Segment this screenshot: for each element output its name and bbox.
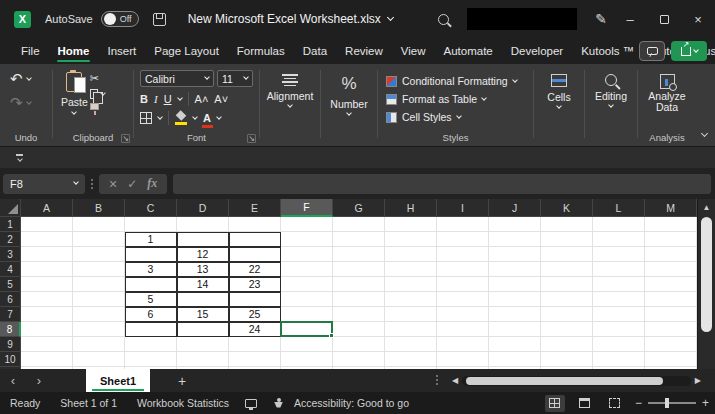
cell-F1[interactable] [281,217,333,232]
zoom-in-button[interactable]: + [702,396,709,410]
cell-H2[interactable] [385,232,437,247]
cell-A5[interactable] [21,277,73,292]
cell-K3[interactable] [541,247,593,262]
row-header-8[interactable]: 8 [0,322,21,337]
insert-function-button[interactable]: fx [147,176,157,191]
alignment-button[interactable]: Alignment [267,74,314,107]
select-all-corner[interactable] [0,199,21,217]
cell-A2[interactable] [21,232,73,247]
column-header-F[interactable]: F [281,199,333,217]
cut-button[interactable]: ✂ [90,72,105,85]
row-header-1[interactable]: 1 [0,217,21,232]
excel-logo-icon[interactable]: X [14,11,31,28]
row-header-6[interactable]: 6 [0,292,21,307]
zoom-slider[interactable] [648,402,696,404]
cell-C1[interactable] [125,217,177,232]
borders-button[interactable] [140,112,152,124]
column-header-I[interactable]: I [437,199,489,217]
cell-I8[interactable] [437,322,489,337]
cell-A7[interactable] [21,307,73,322]
cell-H9[interactable] [385,337,437,352]
menu-automate[interactable]: Automate [435,41,502,61]
cell-C4[interactable]: 3 [125,262,177,277]
formula-input[interactable] [173,174,711,194]
menu-data[interactable]: Data [294,41,336,61]
cells-button[interactable]: Cells [547,74,570,108]
vertical-scroll-thumb[interactable] [701,217,712,332]
fill-color-button[interactable] [175,112,187,124]
cell-K8[interactable] [541,322,593,337]
cell-J2[interactable] [489,232,541,247]
analyze-data-button[interactable]: Analyze Data [638,74,696,113]
cell-M7[interactable] [645,307,697,322]
cell-D5[interactable]: 14 [177,277,229,292]
cell-M5[interactable] [645,277,697,292]
underline-chevron-icon[interactable] [177,95,183,101]
cell-D7[interactable]: 15 [177,307,229,322]
cell-H8[interactable] [385,322,437,337]
cell-D2[interactable] [177,232,229,247]
row-header-7[interactable]: 7 [0,307,21,322]
bold-button[interactable]: B [140,93,148,105]
conditional-formatting-button[interactable]: Conditional Formatting [386,72,533,90]
cell-K1[interactable] [541,217,593,232]
cancel-button[interactable]: × [109,176,117,192]
cell-E7[interactable]: 25 [229,307,281,322]
cell-L9[interactable] [593,337,645,352]
column-header-K[interactable]: K [541,199,593,217]
cell-C5[interactable] [125,277,177,292]
cell-A6[interactable] [21,292,73,307]
vertical-scrollbar[interactable]: ▲ [697,199,715,369]
cell-G6[interactable] [333,292,385,307]
cell-E2[interactable] [229,232,281,247]
cell-M9[interactable] [645,337,697,352]
cell-E6[interactable] [229,292,281,307]
tab-sheet1[interactable]: Sheet1 [86,369,150,392]
cell-L6[interactable] [593,292,645,307]
column-header-B[interactable]: B [73,199,125,217]
cell-K5[interactable] [541,277,593,292]
cell-A9[interactable] [21,337,73,352]
menu-home[interactable]: Home [49,41,99,61]
column-header-H[interactable]: H [385,199,437,217]
cell-I6[interactable] [437,292,489,307]
cell-K10[interactable] [541,352,593,367]
cell-M10[interactable] [645,352,697,367]
cell-L5[interactable] [593,277,645,292]
cell-F10[interactable] [281,352,333,367]
cell-B2[interactable] [73,232,125,247]
cell-L7[interactable] [593,307,645,322]
cell-I7[interactable] [437,307,489,322]
collapse-ribbon-chevron[interactable] [702,122,707,140]
cell-G10[interactable] [333,352,385,367]
cell-D6[interactable] [177,292,229,307]
cell-G2[interactable] [333,232,385,247]
comments-button[interactable] [639,41,665,61]
font-color-button[interactable]: A [203,113,211,124]
cell-J5[interactable] [489,277,541,292]
cell-F2[interactable] [281,232,333,247]
cell-L10[interactable] [593,352,645,367]
cell-G8[interactable] [333,322,385,337]
cell-B6[interactable] [73,292,125,307]
font-dialog-launcher[interactable]: ↘ [247,134,256,143]
italic-button[interactable]: I [154,93,158,105]
page-layout-view-button[interactable] [575,395,595,412]
normal-view-button[interactable] [545,395,565,412]
cell-G4[interactable] [333,262,385,277]
cell-I1[interactable] [437,217,489,232]
font-size-select[interactable]: 11 [217,70,253,87]
cell-L2[interactable] [593,232,645,247]
copy-button[interactable] [90,89,105,99]
scroll-up-icon[interactable]: ▲ [698,199,715,215]
cell-G7[interactable] [333,307,385,322]
menu-formulas[interactable]: Formulas [228,41,294,61]
cell-L8[interactable] [593,322,645,337]
horizontal-scroll-thumb[interactable] [466,377,663,385]
cell-H3[interactable] [385,247,437,262]
cell-L3[interactable] [593,247,645,262]
cell-J8[interactable] [489,322,541,337]
cell-H7[interactable] [385,307,437,322]
document-title[interactable]: New Microsoft Excel Worksheet.xlsx [188,12,393,26]
cell-L1[interactable] [593,217,645,232]
